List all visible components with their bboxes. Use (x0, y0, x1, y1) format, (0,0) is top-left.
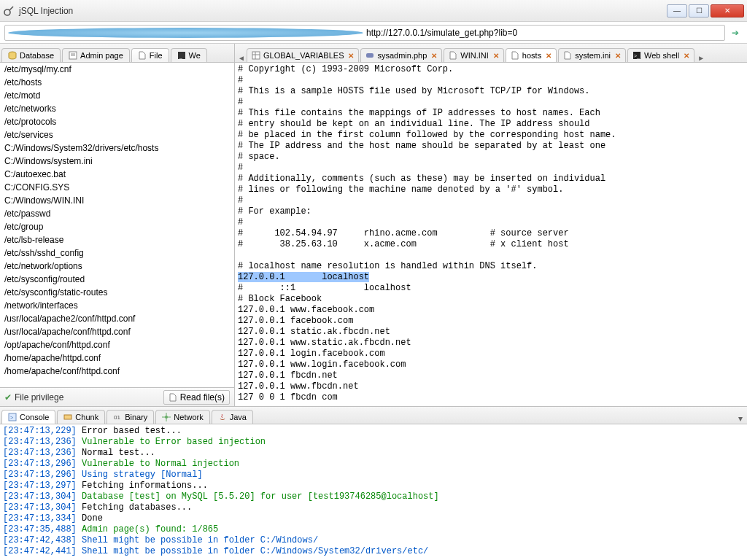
console-line: [23:47:13,236] Normal test... (3, 448, 744, 459)
file-list-item[interactable]: C:/autoexec.bat (0, 168, 234, 181)
check-icon: ✔ (4, 392, 12, 402)
table-icon (252, 51, 260, 60)
tab-java[interactable]: Java (212, 410, 253, 424)
close-tab-icon[interactable]: ✕ (493, 52, 499, 60)
tab-database[interactable]: Database (1, 48, 61, 62)
file-list-item[interactable]: /etc/group (0, 220, 234, 233)
tab-file[interactable]: File (131, 48, 169, 62)
svg-line-1 (9, 7, 13, 10)
console-line: [23:47:13,304] Fetching databases... (3, 502, 744, 513)
right-tab-global-variables[interactable]: GLOBAL_VARIABLES✕ (247, 48, 359, 62)
file-list-item[interactable]: /etc/networks (0, 102, 234, 115)
tab-nav-left[interactable]: ◄ (236, 54, 247, 62)
right-tab-sysadmin-php[interactable]: sysadmin.php✕ (360, 48, 442, 62)
file-list-item[interactable]: /etc/sysconfig/routed (0, 273, 234, 286)
file-list-item[interactable]: C:/Windows/WIN.INI (0, 194, 234, 207)
svg-point-0 (4, 9, 10, 15)
file-list-item[interactable]: /etc/motd (0, 89, 234, 102)
console-line: [23:47:13,297] Fetching informations... (3, 481, 744, 491)
url-bar: http://127.0.0.1/simulate_get.php?lib=0 … (0, 22, 747, 44)
right-tab-system-ini[interactable]: system.ini✕ (558, 48, 626, 62)
tab-binary[interactable]: 01 Binary (107, 410, 154, 424)
go-button[interactable]: ➔ (728, 26, 743, 40)
svg-rect-16 (64, 415, 71, 419)
page-icon (69, 51, 77, 60)
right-tab-hosts[interactable]: hosts✕ (506, 48, 557, 62)
file-content[interactable]: # Copyright (c) 1993-2009 Microsoft Corp… (235, 63, 747, 406)
svg-text:_: _ (179, 53, 182, 59)
shell-icon: >_ (632, 51, 641, 60)
file-list-item[interactable]: /etc/sysconfig/static-routes (0, 286, 234, 299)
svg-text:01: 01 (114, 414, 120, 421)
file-list-item[interactable]: /etc/network/options (0, 260, 234, 273)
console-icon: > (8, 413, 17, 421)
svg-text:>_: >_ (634, 53, 640, 59)
right-tab-win-ini[interactable]: WIN.INI✕ (444, 48, 504, 62)
file-list-item[interactable]: /etc/lsb-release (0, 233, 234, 246)
file-icon (563, 51, 572, 60)
file-list-item[interactable]: /etc/passwd (0, 207, 234, 220)
right-pane: ◄ GLOBAL_VARIABLES✕sysadmin.php✕WIN.INI✕… (235, 44, 747, 406)
console-line: [23:47:13,236] Vulnerable to Error based… (3, 437, 744, 448)
file-icon (449, 51, 457, 60)
close-tab-icon[interactable]: ✕ (615, 52, 621, 60)
tab-chunk[interactable]: Chunk (57, 410, 105, 424)
url-text: http://127.0.0.1/simulate_get.php?lib=0 (366, 28, 721, 38)
php-icon (365, 51, 374, 60)
left-pane: Database Admin page File _ We /etc/mysql… (0, 44, 235, 406)
file-list-item[interactable]: /home/apache/httpd.conf (0, 351, 234, 365)
tab-admin-page[interactable]: Admin page (62, 48, 130, 62)
right-tab-web-shell[interactable]: >_Web shell✕ (627, 48, 694, 62)
bottom-splitter-control[interactable]: ▾ (734, 413, 747, 424)
left-footer: ✔ File privilege Read file(s) (0, 387, 234, 406)
read-files-button[interactable]: Read file(s) (163, 390, 230, 405)
tab-nav-right[interactable]: ► (696, 54, 706, 62)
minimize-button[interactable]: — (667, 4, 687, 18)
java-icon (218, 413, 227, 421)
file-list-item[interactable]: /usr/local/apache/conf/httpd.conf (0, 325, 234, 338)
url-field[interactable]: http://127.0.0.1/simulate_get.php?lib=0 (4, 25, 725, 41)
left-tabs: Database Admin page File _ We (0, 44, 234, 63)
file-list-item[interactable]: C:/Windows/System32/drivers/etc/hosts (0, 141, 234, 155)
window-titlebar: jSQL Injection — ☐ ✕ (0, 0, 747, 22)
file-privilege-status: ✔ File privilege (4, 392, 63, 402)
file-list-item[interactable]: /home/apache/conf/httpd.conf (0, 365, 234, 378)
svg-rect-8 (252, 52, 260, 59)
tab-webshell-truncated[interactable]: _ We (171, 48, 207, 62)
tab-console[interactable]: > Console (1, 410, 55, 424)
console-line: [23:47:13,229] Error based test... (3, 426, 744, 437)
maximize-button[interactable]: ☐ (689, 4, 709, 18)
globe-icon (8, 28, 363, 38)
read-icon (169, 393, 177, 402)
console-line: [23:47:42,441] Shell might be possible i… (3, 546, 744, 557)
console-line: [23:47:35,488] Admin page(s) found: 1/86… (3, 524, 744, 535)
close-tab-icon[interactable]: ✕ (546, 52, 551, 60)
console-output[interactable]: [23:47:13,229] Error based test...[23:47… (0, 424, 747, 560)
svg-rect-11 (366, 53, 374, 58)
right-tabs: ◄ GLOBAL_VARIABLES✕sysadmin.php✕WIN.INI✕… (235, 44, 747, 63)
file-icon (138, 51, 147, 60)
file-list-item[interactable]: /etc/mysql/my.cnf (0, 63, 234, 76)
file-list-item[interactable]: /etc/protocols (0, 115, 234, 128)
close-tab-icon[interactable]: ✕ (348, 52, 354, 60)
file-list[interactable]: /etc/mysql/my.cnf/etc/hosts/etc/motd/etc… (0, 63, 234, 387)
file-list-item[interactable]: /network/interfaces (0, 299, 234, 312)
binary-icon: 01 (113, 413, 122, 421)
bottom-tabs: > Console Chunk 01 Binary Network Java ▾ (0, 407, 747, 424)
file-list-item[interactable]: /etc/services (0, 128, 234, 141)
close-tab-icon[interactable]: ✕ (431, 52, 437, 60)
file-list-item[interactable]: /etc/hosts (0, 76, 234, 89)
file-list-item[interactable]: /usr/local/apache2/conf/httpd.conf (0, 312, 234, 325)
close-button[interactable]: ✕ (711, 4, 744, 18)
file-list-item[interactable]: C:/CONFIG.SYS (0, 181, 234, 194)
svg-text:>: > (10, 415, 13, 420)
console-line: [23:47:13,334] Done (3, 513, 744, 524)
tab-network[interactable]: Network (155, 410, 209, 424)
console-line: [23:47:13,296] Using strategy [Normal] (3, 470, 744, 481)
file-list-item[interactable]: C:/Windows/system.ini (0, 155, 234, 168)
app-icon (3, 5, 15, 17)
file-list-item[interactable]: /opt/apache/conf/httpd.conf (0, 338, 234, 351)
file-list-item[interactable]: /etc/ssh/sshd_config (0, 246, 234, 260)
console-line: [23:47:42,438] Shell might be possible i… (3, 535, 744, 546)
close-tab-icon[interactable]: ✕ (684, 52, 689, 60)
